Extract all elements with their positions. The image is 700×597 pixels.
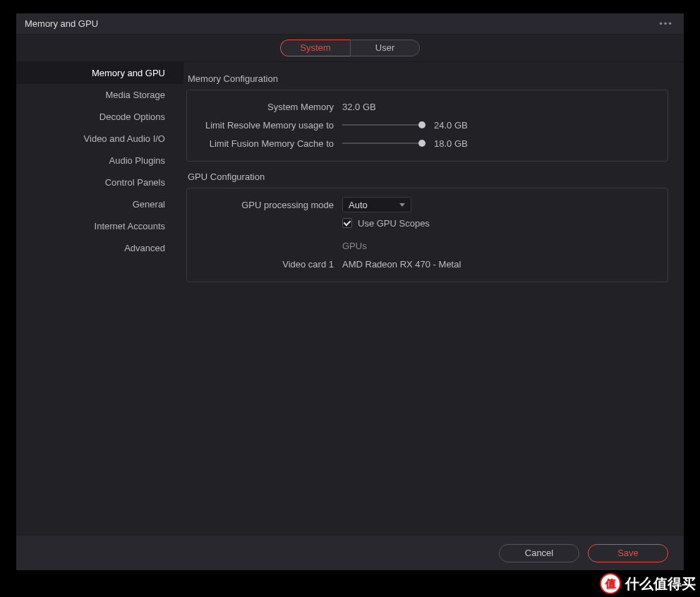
gpus-header: GPUs: [342, 241, 367, 251]
system-user-segmented: System User: [280, 40, 420, 56]
system-memory-label: System Memory: [197, 102, 342, 112]
window-title: Memory and GPU: [25, 13, 98, 35]
resolve-limit-value: 24.0 GB: [434, 120, 468, 131]
sidebar-item-general[interactable]: General: [16, 193, 183, 215]
memory-panel: System Memory 32.0 GB Limit Resolve Memo…: [186, 90, 668, 162]
gpu-mode-value: Auto: [349, 200, 368, 210]
watermark: 值 什么值得买: [600, 573, 696, 594]
tab-system[interactable]: System: [280, 40, 350, 56]
sidebar-item-control-panels[interactable]: Control Panels: [16, 171, 183, 193]
more-options-icon[interactable]: •••: [657, 13, 675, 35]
slider-thumb[interactable]: [418, 140, 426, 147]
sidebar-item-advanced[interactable]: Advanced: [16, 237, 183, 259]
watermark-text: 什么值得买: [625, 574, 696, 593]
fusion-limit-label: Limit Fusion Memory Cache to: [197, 138, 342, 149]
memory-section-title: Memory Configuration: [188, 73, 668, 84]
sidebar-item-video-and-audio-io[interactable]: Video and Audio I/O: [16, 128, 183, 150]
gpu-panel: GPU processing mode Auto Use GPU Scopes: [186, 188, 668, 282]
sidebar-item-memory-and-gpu[interactable]: Memory and GPU: [16, 62, 183, 84]
tab-user[interactable]: User: [350, 40, 420, 56]
body: Memory and GPU Media Storage Decode Opti…: [16, 62, 684, 535]
sidebar: Memory and GPU Media Storage Decode Opti…: [16, 62, 183, 535]
watermark-badge-icon: 值: [600, 573, 621, 594]
sidebar-item-internet-accounts[interactable]: Internet Accounts: [16, 215, 183, 237]
slider-thumb[interactable]: [418, 121, 426, 128]
save-button[interactable]: Save: [588, 544, 668, 562]
resolve-memory-slider[interactable]: [342, 120, 426, 130]
use-gpu-scopes-checkbox[interactable]: [342, 218, 352, 228]
gpu-mode-select[interactable]: Auto: [342, 197, 411, 212]
system-memory-value: 32.0 GB: [342, 102, 376, 112]
fusion-memory-slider[interactable]: [342, 138, 426, 148]
footer: Cancel Save: [16, 535, 684, 570]
video-card-1-label: Video card 1: [197, 259, 342, 270]
main-pane: Memory Configuration System Memory 32.0 …: [183, 62, 684, 535]
preferences-window: Memory and GPU ••• System User Memory an…: [16, 13, 684, 570]
gpu-section-title: GPU Configuration: [188, 171, 668, 182]
fusion-limit-value: 18.0 GB: [434, 138, 468, 149]
use-gpu-scopes-label: Use GPU Scopes: [358, 218, 430, 229]
tab-bar: System User: [16, 35, 684, 62]
slider-track: [342, 143, 426, 144]
chevron-down-icon: [399, 203, 405, 207]
sidebar-item-audio-plugins[interactable]: Audio Plugins: [16, 150, 183, 171]
slider-track: [342, 124, 426, 126]
titlebar: Memory and GPU •••: [16, 13, 684, 35]
gpu-mode-label: GPU processing mode: [197, 200, 342, 210]
sidebar-item-decode-options[interactable]: Decode Options: [16, 106, 183, 128]
resolve-limit-label: Limit Resolve Memory usage to: [197, 120, 342, 131]
sidebar-item-media-storage[interactable]: Media Storage: [16, 84, 183, 106]
video-card-1-value: AMD Radeon RX 470 - Metal: [342, 259, 461, 270]
cancel-button[interactable]: Cancel: [499, 544, 579, 562]
